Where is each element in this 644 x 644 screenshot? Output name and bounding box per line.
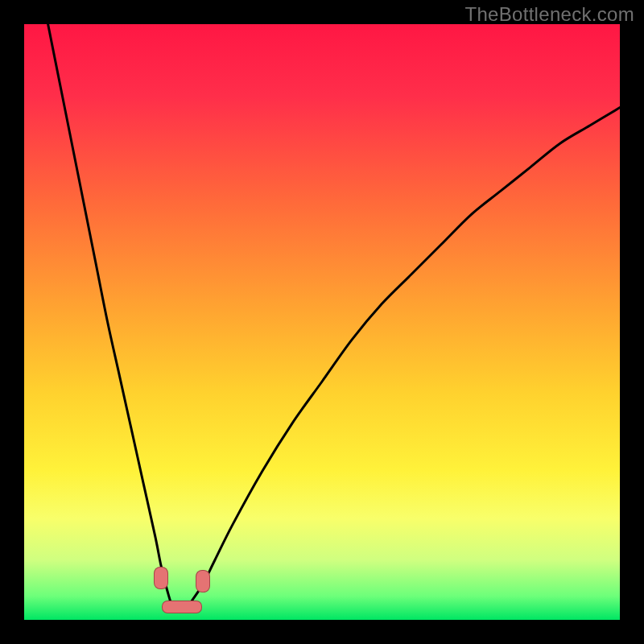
left-marker-dot bbox=[154, 567, 168, 589]
curve-layer bbox=[24, 24, 620, 620]
floor-marker-bar bbox=[162, 601, 202, 613]
plot-area bbox=[24, 24, 620, 620]
outer-frame: TheBottleneck.com bbox=[0, 0, 644, 644]
right-marker-dot bbox=[196, 570, 210, 592]
watermark-text: TheBottleneck.com bbox=[464, 3, 634, 26]
bottleneck-curve-path bbox=[48, 24, 620, 609]
